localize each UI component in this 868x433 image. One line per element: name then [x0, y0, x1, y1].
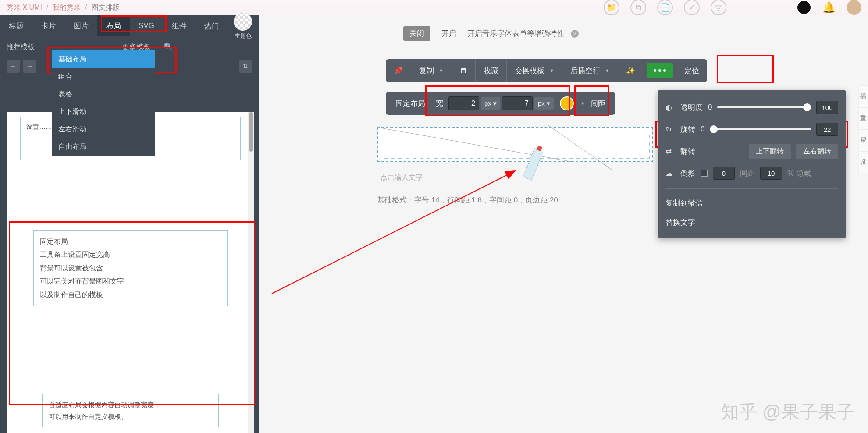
annotation-box-6: [717, 55, 774, 83]
width-input[interactable]: [448, 96, 479, 110]
rotate-icon: ↻: [665, 125, 675, 134]
tab-image[interactable]: 图片: [65, 15, 97, 36]
brand-avatar[interactable]: [797, 0, 811, 15]
flip-label: 翻转: [680, 146, 695, 156]
opacity-slider[interactable]: [717, 106, 811, 108]
music-enhance-row: 关闭 开启 开启音乐字体表单等增强特性 ?: [403, 26, 579, 41]
opacity-min: 0: [708, 103, 712, 112]
shadow-spacing-label: 间距: [740, 168, 755, 178]
help-icon[interactable]: ?: [571, 30, 579, 38]
insert-blank-button[interactable]: 后插空行▼: [562, 59, 618, 82]
color-swatch[interactable]: [560, 96, 574, 110]
watermark: 知乎 @果子果子: [721, 400, 855, 424]
rotate-slider[interactable]: [710, 128, 811, 130]
spacing-label: 间距: [585, 99, 611, 109]
shadow-checkbox[interactable]: [701, 170, 708, 177]
tab-svg[interactable]: SVG: [130, 15, 163, 36]
music-label: 开启音乐字体表单等增强特性: [467, 28, 564, 39]
dropdown-scroll-h[interactable]: 左右滑动: [52, 121, 155, 138]
breadcrumb-current: 图文排版: [92, 3, 120, 12]
copy-button[interactable]: 复制▼: [411, 59, 452, 82]
template-list: 设置……出左边模板/收藏/图片， 后面。 容和调整顺序。 固定布局 工具条上设置…: [7, 112, 254, 433]
tab-component[interactable]: 组件: [163, 15, 196, 36]
opacity-value[interactable]: 100: [816, 101, 838, 114]
shadow-value[interactable]: 0: [713, 167, 735, 180]
shadow-icon: ☁: [665, 169, 675, 178]
copy-icon[interactable]: ⧉: [630, 0, 646, 15]
scrollbar-track[interactable]: [248, 112, 254, 433]
subtab-recommend[interactable]: 推荐模板: [0, 36, 41, 57]
sidetab-1[interactable]: 插: [858, 85, 868, 107]
sidetab-4[interactable]: 设: [858, 151, 868, 173]
dropdown-table[interactable]: 表格: [52, 85, 155, 103]
fixed-layout-label: 固定布局: [390, 99, 430, 109]
tab-layout[interactable]: 布局: [97, 15, 130, 36]
scrollbar-thumb[interactable]: [249, 112, 253, 152]
nav-back[interactable]: ←: [7, 60, 20, 73]
width-label: 宽: [430, 99, 448, 109]
bell-icon[interactable]: 🔔: [822, 1, 836, 14]
locate-button[interactable]: 定位: [676, 59, 707, 82]
theme-color[interactable]: 主题色: [234, 12, 252, 40]
canvas-placeholder[interactable]: 点击输入文字: [381, 173, 423, 182]
check-icon[interactable]: ✓: [684, 0, 700, 15]
shadow-pct[interactable]: 10: [760, 167, 782, 180]
sidetab-2[interactable]: 重: [858, 107, 868, 129]
right-side-tabs: 插 重 帮 设: [858, 85, 868, 173]
sidetab-3[interactable]: 帮: [858, 129, 868, 151]
replace-text[interactable]: 替换文字: [665, 213, 838, 232]
tab-hot[interactable]: 热门: [196, 15, 228, 36]
shadow-unit: % 隐藏: [787, 168, 811, 178]
folder-icon[interactable]: 📁: [604, 0, 619, 15]
magic-icon[interactable]: ✨: [618, 59, 643, 82]
tab-title[interactable]: 标题: [0, 15, 32, 36]
breadcrumb-home[interactable]: 秀米 XIUMI: [7, 3, 42, 12]
template-card-2[interactable]: 固定布局 工具条上设置固定宽高 背景可以设置被包含 可以完美对齐背景图和文字 以…: [33, 230, 228, 306]
dropdown-scroll-v[interactable]: 上下滑动: [52, 103, 155, 121]
opacity-label: 透明度: [680, 103, 703, 113]
height-unit[interactable]: px ▾: [534, 97, 554, 110]
width-unit[interactable]: px ▾: [481, 97, 500, 110]
height-input[interactable]: [502, 96, 533, 110]
favorite-button[interactable]: 收藏: [476, 59, 507, 82]
rotate-min: 0: [701, 125, 704, 134]
shadow-label: 倒影: [680, 168, 695, 178]
svg-line-1: [272, 171, 515, 294]
transform-button[interactable]: 变换模板▼: [507, 59, 562, 82]
delete-button[interactable]: 🗑: [452, 59, 476, 82]
flip-icon: ⇄: [665, 147, 675, 156]
search-icon[interactable]: 🔍: [157, 42, 180, 52]
tab-card[interactable]: 卡片: [32, 15, 65, 36]
canvas-element[interactable]: [377, 127, 653, 162]
opacity-icon: ◐: [665, 103, 675, 112]
nav-forward[interactable]: →: [23, 60, 36, 73]
dropdown-combo[interactable]: 组合: [52, 68, 155, 85]
format-info: 基础格式：字号 14，行间距 1.6，字间距 0，页边距 20: [377, 195, 558, 205]
rotate-value[interactable]: 22: [816, 123, 838, 136]
layout-dropdown: 基础布局 组合 表格 上下滑动 左右滑动 自由布局: [52, 50, 155, 156]
rotate-label: 旋转: [680, 124, 695, 135]
flip-vertical-button[interactable]: 上下翻转: [749, 144, 791, 159]
breadcrumb-mine[interactable]: 我的秀米: [53, 3, 81, 12]
sort-button[interactable]: ⇅: [239, 60, 252, 73]
more-menu-button[interactable]: [647, 63, 673, 78]
template-card-3[interactable]: 自适应布局会根据内容自动调整宽度， 可以用来制作自定义模板。: [42, 394, 219, 427]
document-icon[interactable]: 📄: [657, 0, 673, 15]
dropdown-basic-layout[interactable]: 基础布局: [52, 50, 155, 68]
dropdown-icon[interactable]: ▽: [711, 0, 726, 15]
pin-button[interactable]: 📌: [386, 59, 411, 82]
main-toolbar: 📌 复制▼ 🗑 收藏 变换模板▼ 后插空行▼ ✨ 定位: [386, 59, 707, 82]
transform-popup: ◐ 透明度 0 100 ↻ 旋转 0 22 ⇄ 翻转 上下翻转 左右翻转 ☁ 倒…: [658, 90, 846, 238]
copy-to-wechat[interactable]: 复制到微信: [665, 193, 838, 213]
music-open-button[interactable]: 开启: [437, 26, 461, 41]
layout-toolbar: 固定布局 宽 px ▾ px ▾ ▼ 间距: [386, 92, 615, 115]
dropdown-free[interactable]: 自由布局: [52, 138, 155, 156]
breadcrumb: 秀米 XIUMI / 我的秀米 / 图文排版: [7, 3, 120, 12]
user-avatar[interactable]: [847, 0, 861, 15]
flip-horizontal-button[interactable]: 左右翻转: [796, 144, 838, 159]
music-close-button[interactable]: 关闭: [403, 26, 430, 41]
